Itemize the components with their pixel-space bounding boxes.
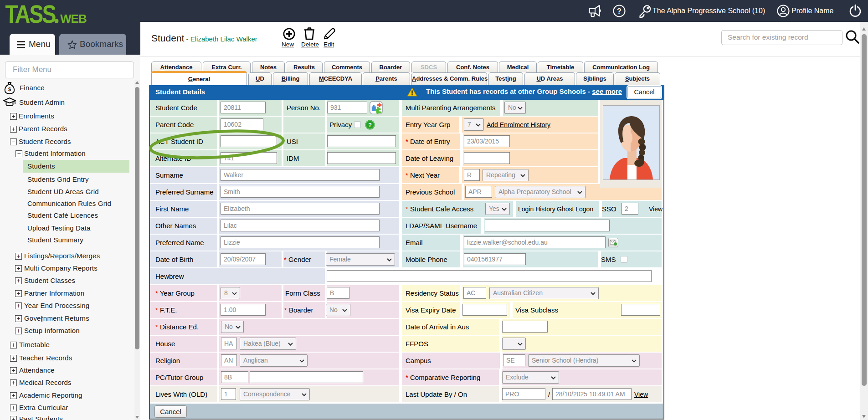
svg-text:$: $ xyxy=(8,87,11,92)
svg-text:?: ? xyxy=(617,7,621,15)
svg-text:?: ? xyxy=(368,122,372,128)
